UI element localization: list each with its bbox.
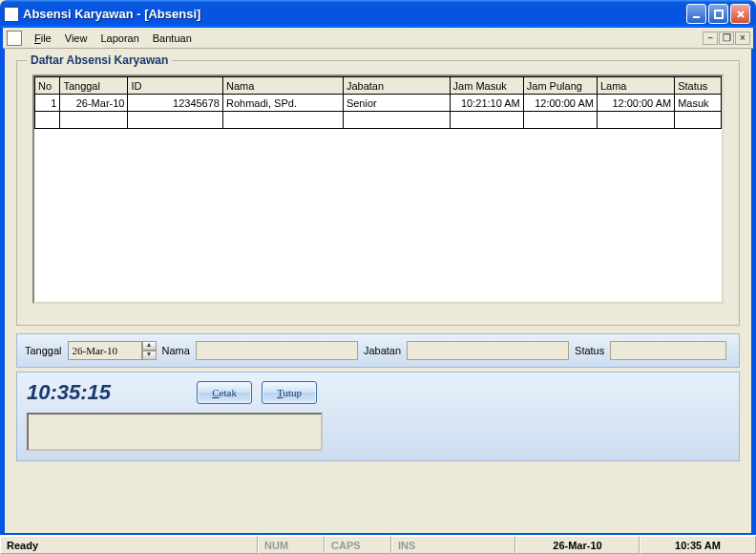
status-label: Status: [575, 345, 604, 356]
col-no[interactable]: No: [35, 77, 60, 95]
col-tanggal[interactable]: Tanggal: [60, 77, 128, 95]
attendance-grid[interactable]: No Tanggal ID Nama Jabatan Jam Masuk Jam…: [32, 75, 724, 304]
minimize-button[interactable]: [686, 4, 706, 24]
maximize-button[interactable]: [708, 4, 728, 24]
tanggal-spinner[interactable]: ▲ ▼: [68, 341, 157, 360]
jabatan-field[interactable]: [407, 341, 569, 360]
cell-jam-masuk: 10:21:10 AM: [450, 95, 523, 112]
action-panel: 10:35:15 Cetak Tutup: [16, 372, 740, 461]
menu-bantuan[interactable]: Bantuan: [146, 31, 199, 46]
col-nama[interactable]: Nama: [222, 77, 343, 95]
mdi-close-button[interactable]: ×: [735, 32, 750, 45]
jabatan-label: Jabatan: [364, 345, 401, 356]
attendance-groupbox: Daftar Absensi Karyawan No Tanggal ID Na…: [16, 60, 740, 326]
status-num: NUM: [258, 536, 325, 554]
cell-status: Masuk: [675, 95, 722, 112]
col-jam-pulang[interactable]: Jam Pulang: [523, 77, 597, 95]
col-lama[interactable]: Lama: [597, 77, 674, 95]
table-header-row: No Tanggal ID Nama Jabatan Jam Masuk Jam…: [35, 77, 722, 95]
cell-tanggal: 26-Mar-10: [60, 95, 128, 112]
window-title: Absensi Karyawan - [Absensi]: [23, 7, 686, 21]
close-button[interactable]: [730, 4, 750, 24]
tanggal-input[interactable]: [68, 341, 142, 360]
status-ins: INS: [391, 536, 515, 554]
tutup-button[interactable]: Tutup: [262, 381, 317, 404]
menu-view[interactable]: View: [58, 31, 94, 46]
filter-panel: Tanggal ▲ ▼ Nama Jabatan Status: [16, 333, 740, 368]
message-box: [27, 413, 323, 451]
clock-display: 10:35:15: [27, 380, 111, 405]
cell-id: 12345678: [128, 95, 223, 112]
cell-nama: Rohmadi, SPd.: [222, 95, 343, 112]
cell-lama: 12:00:00 AM: [597, 95, 674, 112]
menu-laporan[interactable]: Laporan: [94, 31, 145, 46]
spinner-down-icon[interactable]: ▼: [142, 351, 157, 360]
cell-jam-pulang: 12:00:00 AM: [523, 95, 597, 112]
menubar: File View Laporan Bantuan – ❐ ×: [3, 28, 753, 49]
svg-rect-0: [693, 16, 700, 18]
app-icon: [4, 7, 19, 22]
status-date: 26-Mar-10: [515, 536, 640, 554]
menu-file[interactable]: File: [28, 31, 58, 46]
spinner-up-icon[interactable]: ▲: [142, 341, 157, 351]
cell-jabatan: Senior: [343, 95, 450, 112]
groupbox-legend: Daftar Absensi Karyawan: [27, 53, 172, 67]
svg-rect-1: [715, 11, 723, 18]
col-jam-masuk[interactable]: Jam Masuk: [450, 77, 523, 95]
cetak-button[interactable]: Cetak: [197, 381, 252, 404]
statusbar: Ready NUM CAPS INS 26-Mar-10 10:35 AM: [0, 535, 756, 554]
nama-field[interactable]: [196, 341, 358, 360]
tanggal-label: Tanggal: [25, 345, 62, 356]
mdi-child-icon: [7, 31, 22, 46]
col-status[interactable]: Status: [675, 77, 722, 95]
table-row[interactable]: 1 26-Mar-10 12345678 Rohmadi, SPd. Senio…: [35, 95, 722, 112]
status-caps: CAPS: [325, 536, 391, 554]
titlebar: Absensi Karyawan - [Absensi]: [0, 0, 756, 28]
mdi-minimize-button[interactable]: –: [703, 32, 718, 45]
status-field[interactable]: [610, 341, 726, 360]
nama-label: Nama: [162, 345, 190, 356]
table-empty-row: [35, 112, 722, 129]
mdi-restore-button[interactable]: ❐: [719, 32, 734, 45]
col-id[interactable]: ID: [128, 77, 223, 95]
col-jabatan[interactable]: Jabatan: [343, 77, 450, 95]
status-time: 10:35 AM: [640, 536, 756, 554]
client-area: Daftar Absensi Karyawan No Tanggal ID Na…: [3, 49, 753, 533]
status-ready: Ready: [0, 536, 258, 554]
cell-no: 1: [35, 95, 60, 112]
window-buttons: [686, 4, 750, 24]
